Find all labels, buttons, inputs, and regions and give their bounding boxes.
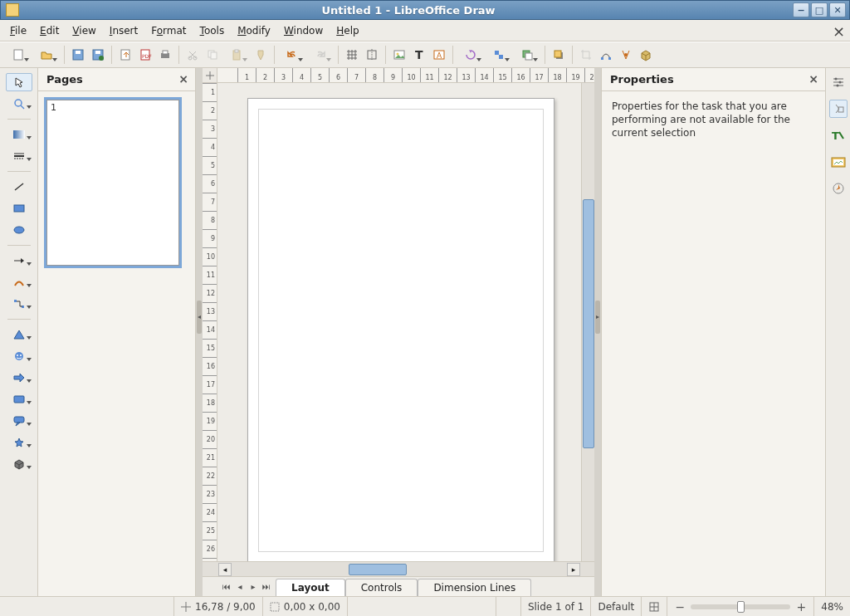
fill-tool[interactable] <box>6 125 32 144</box>
cut-button[interactable] <box>183 46 202 64</box>
menu-format[interactable]: Format <box>144 22 193 39</box>
menu-edit[interactable]: Edit <box>33 22 66 39</box>
paste-button[interactable] <box>223 46 250 64</box>
flowchart-tool[interactable] <box>6 390 32 408</box>
callout-tool[interactable] <box>6 412 32 430</box>
insert-textbox-button[interactable]: A <box>430 46 448 64</box>
properties-panel-close[interactable]: × <box>808 72 818 86</box>
zoom-in-button[interactable]: + <box>795 601 807 613</box>
align-button[interactable] <box>486 46 512 64</box>
insert-image-button[interactable] <box>390 46 408 64</box>
line-tool[interactable] <box>6 178 32 196</box>
ruler-origin[interactable] <box>203 68 217 83</box>
page-thumbnail[interactable]: 1 <box>46 100 179 266</box>
zoom-out-button[interactable]: − <box>674 601 686 613</box>
print-button[interactable] <box>156 46 174 64</box>
horizontal-ruler[interactable]: 1234567891011121314151617181920 <box>217 68 594 83</box>
vertical-scrollbar-thumb[interactable] <box>583 199 594 448</box>
gluepoints-button[interactable] <box>617 46 635 64</box>
basic-shapes-tool[interactable] <box>6 325 32 344</box>
crop-button[interactable] <box>577 46 595 64</box>
sidebar-settings-icon[interactable] <box>829 73 848 91</box>
horizontal-scrollbar[interactable]: ◂ ▸ <box>203 561 594 576</box>
new-button[interactable] <box>5 46 32 64</box>
svg-rect-14 <box>211 52 217 59</box>
redo-button[interactable] <box>307 46 334 64</box>
zoom-slider[interactable] <box>691 604 790 609</box>
tab-layout[interactable]: Layout <box>276 579 345 596</box>
block-arrows-tool[interactable] <box>6 369 32 387</box>
ellipse-tool[interactable] <box>6 221 32 239</box>
rotate-button[interactable] <box>457 46 484 64</box>
close-document-button[interactable]: × <box>833 22 845 40</box>
insert-text-button[interactable]: T <box>410 46 428 64</box>
menu-window[interactable]: Window <box>277 22 330 39</box>
save-as-button[interactable] <box>89 46 107 64</box>
edit-points-button[interactable] <box>597 46 615 64</box>
export-button[interactable] <box>116 46 134 64</box>
zoom-slider-thumb[interactable] <box>737 601 745 613</box>
status-fit-page[interactable] <box>642 597 667 616</box>
hscroll-right[interactable]: ▸ <box>567 563 580 576</box>
grid-button[interactable] <box>343 46 361 64</box>
menu-insert[interactable]: Insert <box>103 22 144 39</box>
pages-panel: Pages × 1 <box>38 68 196 596</box>
connector-tool[interactable] <box>6 295 32 313</box>
save-button[interactable] <box>69 46 87 64</box>
tab-nav-last[interactable]: ⏭ <box>261 581 272 593</box>
tab-nav-first[interactable]: ⏮ <box>221 581 232 593</box>
sidebar-navigator-icon[interactable] <box>829 179 848 198</box>
vertical-scrollbar[interactable] <box>581 83 594 561</box>
helplines-button[interactable] <box>363 46 381 64</box>
status-signature[interactable] <box>496 597 521 616</box>
vertical-ruler[interactable]: 1234567891011121314151617181920212223242… <box>203 83 217 561</box>
tab-nav-prev[interactable]: ◂ <box>234 581 246 593</box>
stars-tool[interactable] <box>6 433 32 452</box>
arrange-button[interactable] <box>514 46 540 64</box>
status-zoom-percent[interactable]: 48% <box>814 597 850 616</box>
menu-file[interactable]: File <box>3 22 33 39</box>
tab-dimension-lines[interactable]: Dimension Lines <box>418 579 531 596</box>
zoom-tool[interactable] <box>6 95 32 113</box>
svg-rect-54 <box>14 396 24 403</box>
horizontal-scrollbar-thumb[interactable] <box>349 564 407 575</box>
curve-tool[interactable] <box>6 273 32 291</box>
hscroll-left[interactable]: ◂ <box>218 563 232 576</box>
sidebar-properties-icon[interactable] <box>829 100 848 118</box>
menu-view[interactable]: View <box>66 22 102 39</box>
pages-splitter[interactable] <box>196 68 203 596</box>
svg-text:PDF: PDF <box>142 53 152 59</box>
3d-objects-tool[interactable] <box>6 455 32 473</box>
sidebar-gallery-icon[interactable] <box>829 153 848 171</box>
tab-nav-next[interactable]: ▸ <box>247 581 259 593</box>
drawing-page[interactable] <box>247 98 554 561</box>
format-paintbrush-button[interactable] <box>252 46 270 64</box>
arrow-tool[interactable] <box>6 252 32 270</box>
select-tool[interactable] <box>6 73 32 91</box>
sidebar-styles-icon[interactable]: T <box>829 126 848 144</box>
status-page-style[interactable]: Default <box>591 597 642 616</box>
export-pdf-button[interactable]: PDF <box>136 46 154 64</box>
minimize-button[interactable]: − <box>793 2 809 17</box>
open-button[interactable] <box>33 46 60 64</box>
undo-button[interactable] <box>279 46 305 64</box>
svg-point-47 <box>14 227 24 233</box>
canvas[interactable] <box>217 83 581 561</box>
line-style-tool[interactable] <box>6 147 32 165</box>
svg-rect-35 <box>554 51 561 57</box>
rectangle-tool[interactable] <box>6 199 32 218</box>
menu-tools[interactable]: Tools <box>193 22 232 39</box>
pages-panel-close[interactable]: × <box>178 72 188 86</box>
shadow-button[interactable] <box>550 46 568 64</box>
menu-modify[interactable]: Modify <box>231 22 277 39</box>
properties-splitter[interactable] <box>594 68 601 596</box>
maximize-button[interactable]: □ <box>811 2 828 17</box>
copy-button[interactable] <box>203 46 222 64</box>
extrusion-button[interactable] <box>637 46 655 64</box>
menu-help[interactable]: Help <box>330 22 365 39</box>
status-info <box>0 597 174 616</box>
status-slide-indicator[interactable]: Slide 1 of 1 <box>521 597 592 616</box>
close-window-button[interactable]: ✕ <box>829 2 846 17</box>
tab-controls[interactable]: Controls <box>345 579 418 596</box>
symbol-shapes-tool[interactable] <box>6 347 32 365</box>
